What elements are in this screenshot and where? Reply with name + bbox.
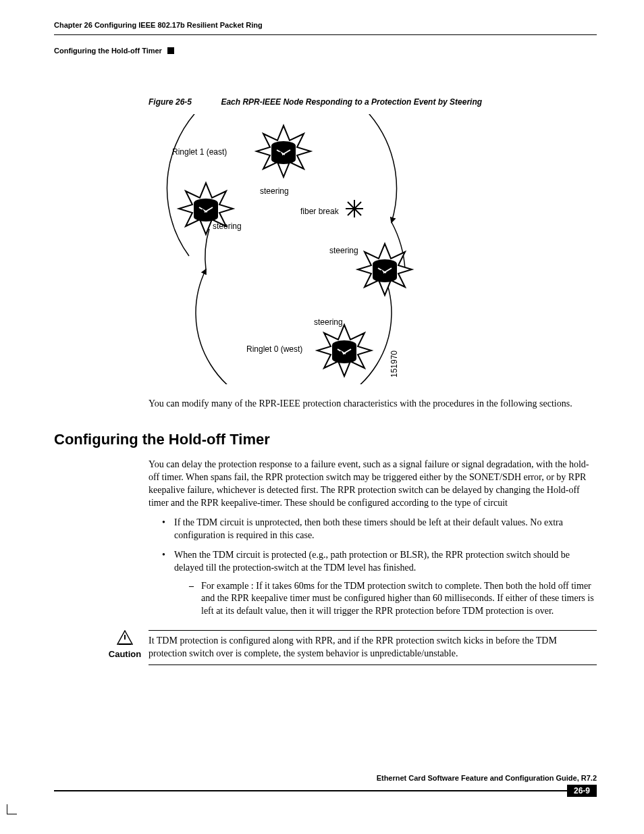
bullet-list: If the TDM circuit is unprotected, then …	[162, 517, 597, 618]
bullet-text-1: If the TDM circuit is unprotected, then …	[174, 517, 563, 540]
label-steering-top: steering	[260, 186, 289, 196]
list-item: If the TDM circuit is unprotected, then …	[162, 517, 597, 542]
page-footer: Ethernet Card Software Feature and Confi…	[54, 773, 597, 797]
label-steering-right: steering	[329, 246, 358, 255]
figure-art-id: 151970	[390, 350, 399, 377]
page-header: Chapter 26 Configuring IEEE 802.17b Resi…	[54, 20, 597, 56]
dash-list: For example : If it takes 60ms for the T…	[189, 580, 597, 619]
label-ringlet1: Ringlet 1 (east)	[172, 147, 227, 157]
caution-label: Caution	[101, 648, 149, 660]
caution-text: It TDM protection is configured along wi…	[149, 630, 597, 665]
intro-paragraph: You can modify many of the RPR-IEEE prot…	[149, 398, 597, 411]
crop-mark-icon	[7, 804, 17, 814]
list-item: For example : If it takes 60ms for the T…	[189, 580, 597, 619]
caution-block: Caution It TDM protection is configured …	[101, 630, 597, 665]
section-paragraph-1: You can delay the protection response to…	[149, 459, 597, 510]
label-fiber-break: fiber break	[300, 207, 340, 216]
footer-doc-title: Ethernet Card Software Feature and Confi…	[54, 773, 597, 783]
warning-icon	[101, 630, 149, 647]
header-rule	[54, 34, 597, 35]
bullet-text-2: When the TDM circuit is protected (e.g.,…	[174, 550, 570, 573]
section-title-header: Configuring the Hold-off Timer	[54, 46, 162, 56]
chapter-title: Chapter 26 Configuring IEEE 802.17b Resi…	[54, 20, 263, 30]
figure-caption: Figure 26-5 Each RPR-IEEE Node Respondin…	[149, 97, 597, 107]
figure-title: Each RPR-IEEE Node Responding to a Prote…	[221, 97, 482, 107]
label-ringlet0: Ringlet 0 (west)	[246, 344, 302, 354]
figure-number: Figure 26-5	[149, 97, 192, 107]
section-heading: Configuring the Hold-off Timer	[54, 429, 597, 450]
list-item: When the TDM circuit is protected (e.g.,…	[162, 549, 597, 618]
footer-rule	[54, 790, 567, 797]
label-steering-bottom: steering	[314, 317, 343, 327]
dash-text-1: For example : If it takes 60ms for the T…	[201, 581, 594, 617]
header-square-icon	[167, 47, 174, 54]
label-steering-left: steering	[213, 221, 242, 231]
figure-diagram: Ringlet 1 (east) steering steering fiber…	[149, 114, 432, 384]
page-number: 26-9	[567, 785, 597, 797]
